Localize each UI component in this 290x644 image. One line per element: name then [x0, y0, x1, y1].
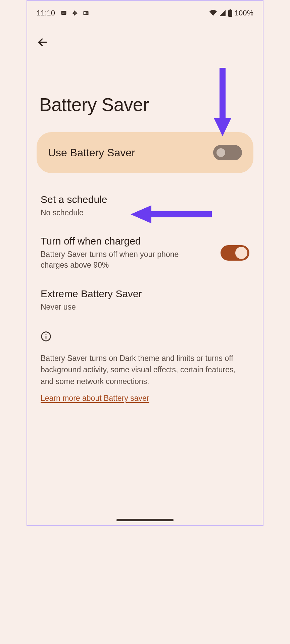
gesture-nav-bar[interactable] [116, 519, 174, 521]
svg-rect-9 [230, 9, 231, 10]
turn-off-when-charged-subtitle: Battery Saver turns off when your phone … [41, 249, 182, 270]
turn-off-when-charged-title: Turn off when charged [41, 235, 212, 247]
svg-point-14 [46, 334, 47, 335]
svg-rect-3 [62, 14, 64, 14]
news-icon [83, 10, 89, 16]
extreme-subtitle: Never use [41, 302, 249, 312]
toolbar [27, 21, 263, 50]
toggle-thumb [216, 148, 225, 157]
svg-rect-1 [62, 12, 65, 12]
cellular-signal-icon [219, 10, 226, 16]
svg-rect-6 [86, 12, 88, 12]
svg-rect-7 [86, 13, 88, 13]
back-button[interactable] [35, 34, 51, 50]
svg-rect-2 [62, 13, 65, 13]
svg-rect-5 [84, 12, 86, 14]
wifi-icon [209, 10, 217, 16]
turn-off-when-charged-toggle[interactable] [221, 245, 249, 261]
learn-more-link[interactable]: Learn more about Battery saver [41, 394, 149, 403]
info-icon [41, 331, 249, 343]
page-title: Battery Saver [27, 50, 263, 132]
info-text: Battery Saver turns on Dark theme and li… [41, 353, 249, 387]
toggle-thumb [235, 247, 247, 259]
messages-icon [60, 10, 67, 16]
svg-rect-0 [61, 11, 66, 15]
info-block: Battery Saver turns on Dark theme and li… [27, 321, 263, 403]
extreme-title: Extreme Battery Saver [41, 288, 249, 300]
battery-icon [228, 9, 233, 17]
back-arrow-icon [37, 37, 48, 48]
set-schedule-subtitle: No schedule [41, 207, 249, 218]
photos-icon [71, 9, 79, 17]
use-battery-saver-toggle[interactable] [213, 145, 242, 160]
extreme-battery-saver-row[interactable]: Extreme Battery Saver Never use [27, 279, 263, 321]
status-left: 11:10 [37, 9, 89, 17]
status-bar: 11:10 100% [27, 1, 263, 21]
status-notification-icons [60, 9, 89, 17]
status-battery-text: 100% [235, 9, 253, 17]
settings-list: Set a schedule No schedule Turn off when… [27, 173, 263, 321]
svg-rect-8 [86, 14, 88, 14]
svg-rect-10 [228, 10, 232, 17]
turn-off-when-charged-row[interactable]: Turn off when charged Battery Saver turn… [27, 227, 263, 279]
set-schedule-row[interactable]: Set a schedule No schedule [27, 185, 263, 227]
status-right: 100% [209, 9, 253, 17]
use-battery-saver-label: Use Battery Saver [48, 147, 135, 159]
status-time: 11:10 [37, 9, 55, 17]
set-schedule-title: Set a schedule [41, 194, 249, 205]
use-battery-saver-row[interactable]: Use Battery Saver [37, 132, 253, 173]
